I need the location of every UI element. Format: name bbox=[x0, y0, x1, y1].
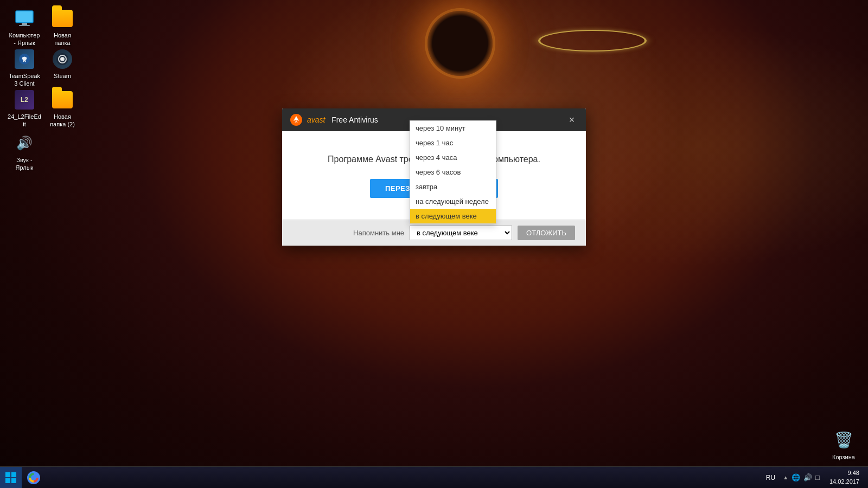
desktop-icon-folder1[interactable]: Новая папка bbox=[43, 5, 81, 49]
folder1-icon bbox=[52, 8, 73, 29]
svg-rect-2 bbox=[19, 25, 30, 26]
taskbar-system-icons: ▲ 🌐 🔊 □ bbox=[780, 473, 823, 481]
svg-rect-1 bbox=[22, 23, 27, 25]
taskbar-clock[interactable]: 9:48 14.02.2017 bbox=[825, 469, 864, 486]
desktop-icon-l2fileedit[interactable]: L2 24_L2FileEdit bbox=[5, 87, 43, 131]
notification-expand-icon[interactable]: ▲ bbox=[783, 474, 788, 480]
dropdown-open: через 10 минут через 1 час через 4 часа … bbox=[410, 120, 496, 224]
trash-icon: 🗑️ bbox=[833, 429, 854, 451]
trash-icon-label: Корзина bbox=[832, 453, 855, 461]
avast-logo-icon bbox=[290, 113, 303, 126]
taskbar-date: 14.02.2017 bbox=[829, 478, 859, 486]
folder2-icon bbox=[52, 89, 73, 111]
teamspeak-icon bbox=[14, 48, 35, 70]
chrome-icon bbox=[27, 471, 40, 484]
svg-rect-0 bbox=[16, 11, 33, 23]
desktop: Компьютер - Ярлык Новая папка TeamSpeak … bbox=[0, 0, 868, 488]
l2fileedit-icon-label: 24_L2FileEdit bbox=[8, 113, 41, 129]
halo-decoration bbox=[538, 30, 647, 52]
svg-rect-10 bbox=[11, 478, 16, 483]
action-center-icon[interactable]: □ bbox=[815, 473, 820, 481]
desktop-icon-folder2[interactable]: Новая папка (2) bbox=[43, 87, 81, 131]
dropdown-option-tomorrow[interactable]: завтра bbox=[410, 179, 496, 194]
dropdown-option-4hr[interactable]: через 4 часа bbox=[410, 150, 496, 165]
folder2-icon-label: Новая папка (2) bbox=[46, 113, 79, 129]
network-icon: 🌐 bbox=[792, 473, 800, 481]
svg-rect-7 bbox=[5, 472, 10, 477]
teamspeak-icon-label: TeamSpeak 3 Client bbox=[8, 72, 41, 88]
dropdown-option-10min[interactable]: через 10 минут bbox=[410, 121, 496, 136]
sound-icon-label: Звук - Ярлык bbox=[8, 156, 41, 172]
dropdown-option-1hr[interactable]: через 1 час bbox=[410, 136, 496, 150]
steam-icon-label: Steam bbox=[54, 72, 71, 80]
taskbar-time: 9:48 bbox=[848, 469, 859, 477]
computer-icon bbox=[14, 8, 35, 29]
postpone-button[interactable]: ОТЛОЖИТЬ bbox=[518, 226, 575, 240]
windows-logo-icon bbox=[5, 472, 17, 484]
sound-icon: 🔊 bbox=[14, 132, 35, 154]
dialog-footer: Напомнить мне через 10 минут через 1 час… bbox=[282, 220, 586, 246]
dialog-close-button[interactable]: × bbox=[565, 113, 578, 126]
taskbar-language: RU bbox=[764, 474, 777, 481]
desktop-icon-sound[interactable]: 🔊 Звук - Ярлык bbox=[5, 130, 43, 174]
desktop-icon-teamspeak[interactable]: TeamSpeak 3 Client bbox=[5, 46, 43, 90]
remind-select-container: через 10 минут через 1 час через 4 часа … bbox=[410, 226, 512, 240]
svg-point-5 bbox=[61, 58, 64, 61]
dropdown-option-6hr[interactable]: через 6 часов bbox=[410, 165, 496, 179]
dropdown-option-next-century[interactable]: в следующем веке bbox=[410, 209, 496, 223]
desktop-icon-trash[interactable]: 🗑️ Корзина bbox=[825, 429, 863, 461]
eclipse-decoration bbox=[427, 11, 493, 76]
desktop-icon-computer[interactable]: Компьютер - Ярлык bbox=[5, 5, 43, 49]
computer-icon-label: Компьютер - Ярлык bbox=[8, 31, 41, 47]
start-button[interactable] bbox=[0, 467, 22, 489]
desktop-icon-steam[interactable]: Steam bbox=[43, 46, 81, 82]
l2fileedit-icon: L2 bbox=[14, 89, 35, 111]
svg-rect-8 bbox=[11, 472, 16, 477]
volume-icon[interactable]: 🔊 bbox=[803, 473, 812, 481]
taskbar-chrome-button[interactable] bbox=[23, 467, 44, 489]
dialog-title: avast Free Antivirus bbox=[307, 115, 378, 124]
dropdown-option-next-week[interactable]: на следующей неделе bbox=[410, 194, 496, 209]
remind-label: Напомнить мне bbox=[353, 229, 404, 237]
taskbar-right: RU ▲ 🌐 🔊 □ 9:48 14.02.2017 bbox=[764, 469, 868, 486]
taskbar: RU ▲ 🌐 🔊 □ 9:48 14.02.2017 bbox=[0, 466, 868, 488]
avast-dialog: avast Free Antivirus × Программе Avast т… bbox=[282, 108, 586, 246]
remind-select[interactable]: через 10 минут через 1 час через 4 часа … bbox=[410, 226, 512, 240]
svg-rect-9 bbox=[5, 478, 10, 483]
steam-icon bbox=[52, 48, 73, 70]
folder1-icon-label: Новая папка bbox=[46, 31, 79, 47]
